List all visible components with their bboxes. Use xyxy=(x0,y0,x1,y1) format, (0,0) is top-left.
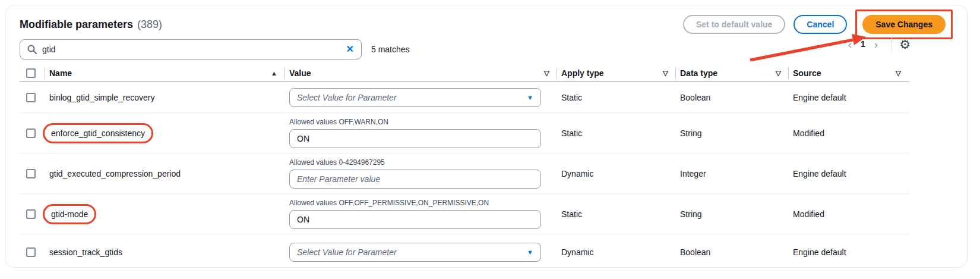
source-value: Modified xyxy=(789,209,909,219)
red-circle-annotation: gtid-mode xyxy=(43,204,96,224)
column-header-data-type[interactable]: Data type ▽ xyxy=(676,67,789,79)
allowed-values-label: Allowed values 0-4294967295 xyxy=(289,158,558,167)
row-checkbox[interactable] xyxy=(26,247,36,257)
parameter-name: session_track_gtids xyxy=(49,247,122,257)
pager-divider xyxy=(892,35,892,53)
column-header-apply-type[interactable]: Apply type ▽ xyxy=(558,67,676,79)
row-checkbox[interactable] xyxy=(26,169,36,178)
search-icon xyxy=(27,45,37,54)
allowed-values-label: Allowed values OFF,WARN,ON xyxy=(289,118,558,126)
column-header-source[interactable]: Source ▽ xyxy=(789,67,909,79)
row-checkbox[interactable] xyxy=(26,209,36,219)
page-title: Modifiable parameters xyxy=(20,18,133,31)
table-row: session_track_gtids Select Value for Par… xyxy=(20,234,909,270)
select-all-checkbox[interactable] xyxy=(26,68,36,78)
value-select[interactable]: Select Value for Parameter ▼ xyxy=(289,88,541,107)
row-checkbox[interactable] xyxy=(26,93,36,102)
parameter-name: enforce_gtid_consistency xyxy=(51,128,145,138)
value-input[interactable] xyxy=(289,170,541,189)
toolbar: Set to default value Cancel Save Changes xyxy=(683,10,953,39)
parameter-name: binlog_gtid_simple_recovery xyxy=(49,93,154,102)
data-type-value: Integer xyxy=(676,169,789,178)
filter-icon[interactable]: ▽ xyxy=(663,69,668,77)
next-page-icon[interactable]: › xyxy=(869,39,883,50)
column-header-value[interactable]: Value ▽ xyxy=(286,67,558,79)
cancel-button[interactable]: Cancel xyxy=(794,15,847,34)
clear-search-icon[interactable]: ✕ xyxy=(346,45,354,54)
header-checkbox-cell xyxy=(20,67,46,79)
search-input[interactable] xyxy=(42,45,346,54)
data-type-value: Boolean xyxy=(676,247,789,257)
search-box: ✕ xyxy=(20,39,362,59)
apply-type-value: Static xyxy=(558,93,676,102)
table-row: enforce_gtid_consistency Allowed values … xyxy=(20,113,909,153)
page-number[interactable]: 1 xyxy=(857,39,869,49)
apply-type-value: Static xyxy=(558,209,676,219)
value-select[interactable]: Select Value for Parameter ▼ xyxy=(289,243,541,262)
gear-icon[interactable]: ⚙ xyxy=(899,38,911,51)
parameters-table: Name ▲ Value ▽ Apply type ▽ Data type ▽ … xyxy=(20,64,909,270)
filter-icon[interactable]: ▽ xyxy=(544,69,549,77)
set-to-default-button[interactable]: Set to default value xyxy=(683,15,785,34)
red-circle-annotation: enforce_gtid_consistency xyxy=(43,123,153,143)
filter-icon[interactable]: ▽ xyxy=(896,69,901,77)
chevron-down-icon: ▼ xyxy=(527,249,533,256)
source-value: Engine default xyxy=(789,169,909,178)
table-row: gtid-mode Allowed values OFF,OFF_PERMISS… xyxy=(20,194,909,234)
source-value: Engine default xyxy=(789,93,909,102)
source-value: Engine default xyxy=(789,247,909,257)
save-changes-button[interactable]: Save Changes xyxy=(862,15,946,34)
match-count: 5 matches xyxy=(371,45,410,54)
parameter-count: (389) xyxy=(137,18,162,31)
column-header-name[interactable]: Name ▲ xyxy=(46,67,286,79)
data-type-value: Boolean xyxy=(676,93,789,102)
data-type-value: String xyxy=(676,128,789,138)
table-row: binlog_gtid_simple_recovery Select Value… xyxy=(20,82,909,113)
apply-type-value: Dynamic xyxy=(558,169,676,178)
table-header: Name ▲ Value ▽ Apply type ▽ Data type ▽ … xyxy=(20,64,909,82)
apply-type-value: Dynamic xyxy=(558,247,676,257)
pagination: ‹ 1 › ⚙ xyxy=(843,34,911,54)
parameters-panel: Modifiable parameters (389) Set to defau… xyxy=(5,5,968,268)
data-type-value: String xyxy=(676,209,789,219)
apply-type-value: Static xyxy=(558,128,676,138)
search-row: ✕ 5 matches xyxy=(20,39,953,59)
chevron-down-icon: ▼ xyxy=(527,94,533,101)
sort-ascending-icon[interactable]: ▲ xyxy=(271,70,277,77)
row-checkbox[interactable] xyxy=(26,128,36,138)
allowed-values-label: Allowed values OFF,OFF_PERMISSIVE,ON_PER… xyxy=(289,199,558,207)
panel-header: Modifiable parameters (389) Set to defau… xyxy=(20,13,953,36)
value-input[interactable] xyxy=(289,210,541,229)
filter-icon[interactable]: ▽ xyxy=(776,69,781,77)
source-value: Modified xyxy=(789,128,909,138)
value-input[interactable] xyxy=(289,129,541,148)
parameter-name: gtid_executed_compression_period xyxy=(49,169,181,178)
parameter-name: gtid-mode xyxy=(51,209,88,219)
previous-page-icon[interactable]: ‹ xyxy=(843,39,857,50)
table-row: gtid_executed_compression_period Allowed… xyxy=(20,153,909,194)
